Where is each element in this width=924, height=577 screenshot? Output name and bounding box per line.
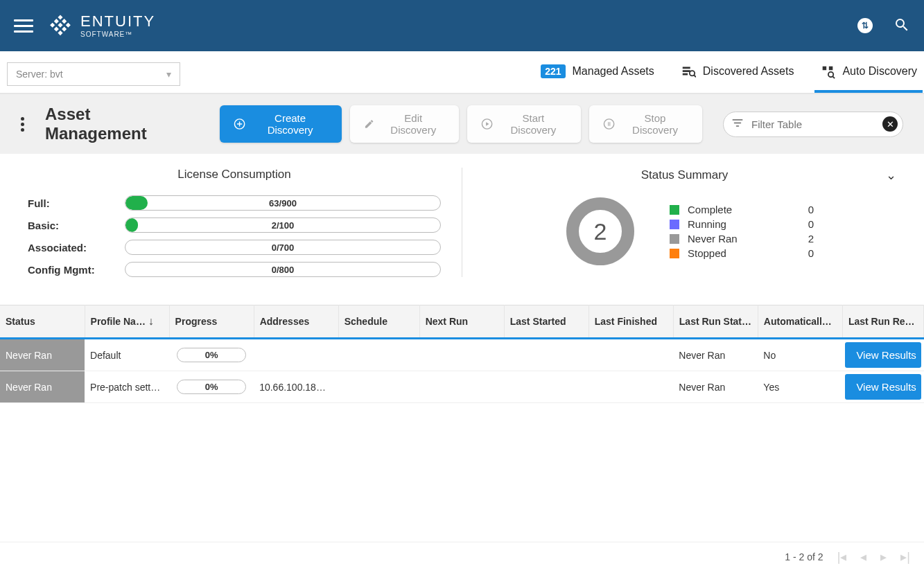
pencil-icon xyxy=(364,118,374,130)
chevron-down-icon[interactable]: ⌄ xyxy=(886,168,896,183)
tab-discovered-assets[interactable]: Discovered Assets xyxy=(681,64,794,91)
lastrunstat-cell: Never Ran xyxy=(673,339,758,371)
schedule-cell xyxy=(338,339,419,371)
table-row[interactable]: Never Ran Pre-patch sett… 0% 10.66.100.1… xyxy=(0,371,924,403)
server-selector[interactable]: Server: bvt ▾ xyxy=(7,62,180,86)
tab-label: Discovered Assets xyxy=(703,65,794,78)
search-button[interactable] xyxy=(894,17,910,35)
legend-swatch xyxy=(670,205,679,215)
auto-cell: Yes xyxy=(758,371,842,403)
license-label: Config Mgmt: xyxy=(28,264,111,276)
tab-auto-discovery[interactable]: Auto Discovery xyxy=(820,64,917,91)
view-results-button[interactable]: View Results xyxy=(845,374,921,400)
auto-cell: No xyxy=(758,339,842,371)
status-cell: Never Ran xyxy=(0,371,85,403)
legend-swatch xyxy=(670,249,679,258)
column-header[interactable]: Next Run xyxy=(419,305,504,339)
more-options-button[interactable] xyxy=(21,117,24,132)
status-legend: Complete 0 Running 0 Never Ran 2 Stopped… xyxy=(670,204,814,259)
status-title: Status Summary xyxy=(641,168,729,182)
license-label: Basic: xyxy=(28,220,111,231)
svg-rect-0 xyxy=(58,15,62,19)
svg-point-13 xyxy=(604,119,613,129)
legend-label: Complete xyxy=(688,204,785,215)
legend-label: Never Ran xyxy=(688,233,785,245)
prev-page-button[interactable]: ◂ xyxy=(860,549,866,565)
toolbar: Asset Management Create Discovery Edit D… xyxy=(0,94,924,154)
column-header[interactable]: Status xyxy=(0,305,85,339)
brand-sub: SOFTWARE™ xyxy=(80,30,155,38)
next-page-button[interactable]: ▸ xyxy=(880,549,887,565)
page-title: Asset Management xyxy=(45,105,192,143)
edit-discovery-button: Edit Discovery xyxy=(350,105,458,143)
column-header[interactable]: Schedule xyxy=(338,305,419,339)
pagination: 1 - 2 of 2 |◂ ◂ ▸ ▸| xyxy=(0,542,924,571)
lastfinished-cell xyxy=(589,371,673,403)
column-header[interactable]: Last Started xyxy=(504,305,589,339)
addresses-cell xyxy=(254,339,338,371)
status-donut: 2 xyxy=(566,197,635,266)
license-label: Associated: xyxy=(28,242,111,254)
laststarted-cell xyxy=(504,371,589,403)
progress-cell: 0% xyxy=(169,371,254,403)
legend-row: Stopped 0 xyxy=(670,247,814,259)
license-value: 0/700 xyxy=(272,242,295,253)
license-label: Full: xyxy=(28,197,111,209)
toolbar-buttons: Create Discovery Edit Discovery Start Di… xyxy=(220,105,702,143)
stop-discovery-button: Stop Discovery xyxy=(589,105,702,143)
logo-icon xyxy=(47,12,73,39)
svg-rect-8 xyxy=(58,30,62,35)
license-row: Config Mgmt: 0/800 xyxy=(28,262,441,277)
column-header[interactable]: Addresses xyxy=(254,305,338,339)
header-right: ⇅ xyxy=(857,17,910,35)
discovery-table: StatusProfile Na… ↓ProgressAddressesSche… xyxy=(0,305,924,403)
status-cell: Never Ran xyxy=(0,339,85,371)
auto-discovery-icon xyxy=(820,64,835,79)
legend-value: 2 xyxy=(793,233,814,245)
profile-cell: Default xyxy=(85,339,169,371)
license-value: 63/900 xyxy=(269,198,297,208)
schedule-cell xyxy=(338,371,419,403)
tabs: 221 Managed Assets Discovered Assets Aut… xyxy=(541,64,917,91)
lastfinished-cell xyxy=(589,339,673,371)
license-row: Basic: 2/100 xyxy=(28,218,441,233)
tab-managed-assets[interactable]: 221 Managed Assets xyxy=(541,64,654,91)
column-header[interactable]: Automatically… xyxy=(758,305,842,339)
pagination-text: 1 - 2 of 2 xyxy=(785,551,823,562)
chevron-down-icon: ▾ xyxy=(166,69,171,80)
column-header[interactable]: Last Finished xyxy=(589,305,673,339)
play-circle-icon xyxy=(481,118,493,130)
filter-icon xyxy=(731,117,744,132)
column-header[interactable]: Last Run Res… xyxy=(842,305,923,339)
license-progress: 2/100 xyxy=(125,218,441,233)
swap-icon[interactable]: ⇅ xyxy=(857,18,873,33)
svg-rect-1 xyxy=(62,19,67,24)
table-row[interactable]: Never Ran Default 0% Never Ran No View R… xyxy=(0,339,924,371)
create-discovery-button[interactable]: Create Discovery xyxy=(220,105,342,143)
first-page-button[interactable]: |◂ xyxy=(837,549,847,565)
column-header[interactable]: Progress xyxy=(169,305,254,339)
filter-clear-button[interactable]: ✕ xyxy=(882,116,898,132)
last-page-button[interactable]: ▸| xyxy=(900,549,910,565)
legend-value: 0 xyxy=(793,247,814,259)
profile-cell: Pre-patch sett… xyxy=(85,371,169,403)
filter-input[interactable] xyxy=(723,112,903,137)
view-results-button[interactable]: View Results xyxy=(845,342,921,368)
svg-point-10 xyxy=(828,72,833,77)
column-header[interactable]: Profile Na… ↓ xyxy=(85,305,169,339)
menu-button[interactable] xyxy=(14,19,33,33)
nextrun-cell xyxy=(419,339,504,371)
column-header[interactable]: Last Run Stat… xyxy=(673,305,758,339)
license-value: 0/800 xyxy=(272,265,295,275)
header-left: ENTUITY SOFTWARE™ xyxy=(14,12,155,39)
progress-cell: 0% xyxy=(169,339,254,371)
lastrunstat-cell: Never Ran xyxy=(673,371,758,403)
search-icon xyxy=(894,17,910,33)
nextrun-cell xyxy=(419,371,504,403)
license-value: 2/100 xyxy=(272,220,295,231)
sort-desc-icon: ↓ xyxy=(148,315,154,327)
managed-count-badge: 221 xyxy=(541,64,565,78)
app-header: ENTUITY SOFTWARE™ ⇅ xyxy=(0,0,924,51)
filter-wrap: ✕ xyxy=(723,112,903,137)
license-panel: License Consumption Full: 63/900 Basic: … xyxy=(7,168,462,277)
